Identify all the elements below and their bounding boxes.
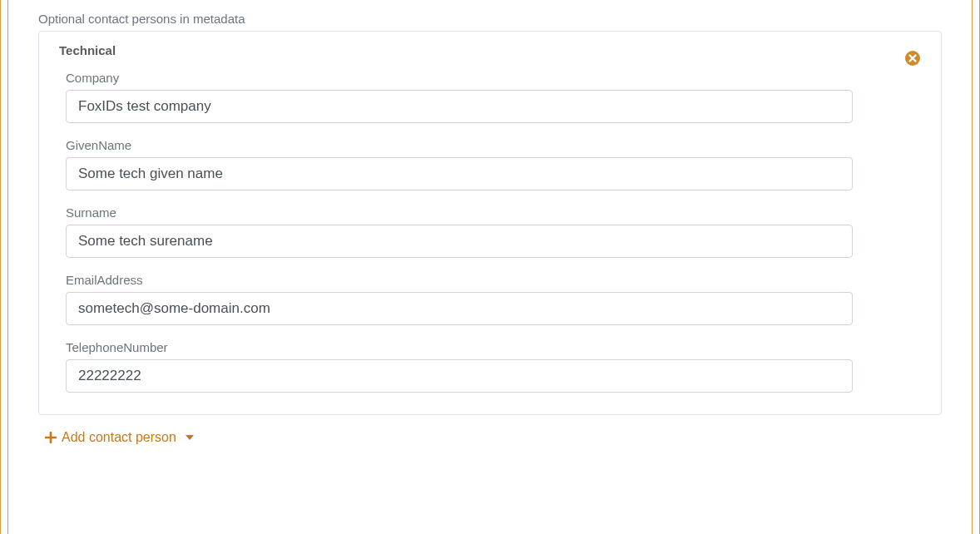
givenname-input[interactable] <box>66 157 853 190</box>
fields-wrap: Company GivenName Surname EmailAddress T <box>59 71 921 393</box>
caret-down-icon <box>181 434 195 442</box>
givenname-label: GivenName <box>66 138 853 152</box>
section-title: Optional contact persons in metadata <box>38 0 942 26</box>
phone-input[interactable] <box>66 359 853 393</box>
phone-label: TelephoneNumber <box>66 340 853 354</box>
remove-contact-button[interactable] <box>904 50 921 67</box>
plus-icon <box>45 432 57 443</box>
inner-frame: Optional contact persons in metadata Tec… <box>7 0 973 534</box>
add-contact-button[interactable]: Add contact person <box>38 430 942 445</box>
email-group: EmailAddress <box>59 273 859 325</box>
contact-type-label: Technical <box>59 43 921 57</box>
close-icon <box>904 50 921 67</box>
surname-label: Surname <box>66 205 853 220</box>
phone-group: TelephoneNumber <box>59 340 859 393</box>
surname-input[interactable] <box>66 225 853 258</box>
contact-panel: Technical Company GivenName <box>38 31 942 415</box>
email-label: EmailAddress <box>66 273 853 287</box>
company-input[interactable] <box>66 90 853 123</box>
givenname-group: GivenName <box>59 138 859 190</box>
company-group: Company <box>59 71 859 123</box>
company-label: Company <box>66 71 853 85</box>
outer-frame: Optional contact persons in metadata Tec… <box>0 0 980 534</box>
email-input[interactable] <box>66 292 853 325</box>
surname-group: Surname <box>59 205 859 258</box>
add-contact-label: Add contact person <box>62 430 176 445</box>
